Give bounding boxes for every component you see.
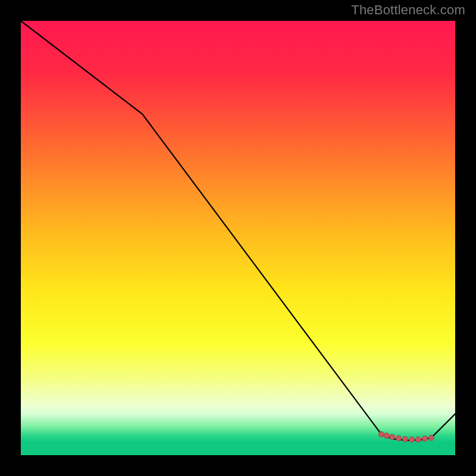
highlight-marker (378, 431, 384, 437)
chart-frame: TheBottleneck.com (0, 0, 476, 476)
highlight-marker (428, 435, 434, 440)
highlight-marker (403, 436, 408, 441)
chart-plot-area (21, 21, 455, 455)
chart-svg (21, 21, 455, 455)
highlight-marker (396, 436, 402, 441)
watermark-text: TheBottleneck.com (351, 2, 465, 18)
highlight-marker (409, 437, 415, 442)
highlight-marker (384, 433, 389, 439)
highlight-marker (390, 434, 395, 440)
highlight-marker (422, 436, 427, 441)
highlight-marker (415, 437, 421, 442)
chart-background-gradient (21, 21, 455, 455)
